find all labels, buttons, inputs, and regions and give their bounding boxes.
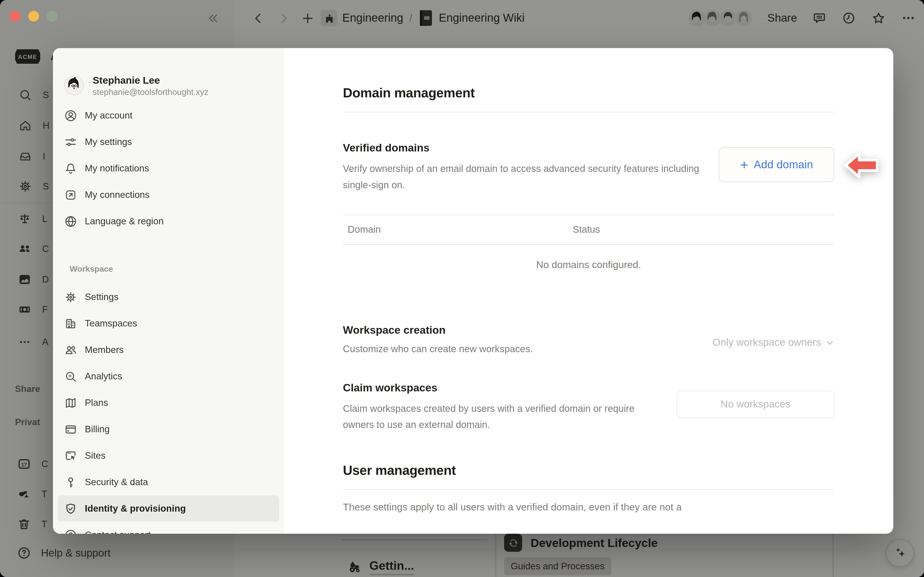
settings-nav-my-settings[interactable]: My settings — [58, 129, 279, 155]
globe-icon — [64, 214, 78, 228]
settings-modal: Stephanie Lee stephanie@toolsforthought.… — [53, 48, 893, 534]
user-management-clipped-text: These settings apply to all users with a… — [343, 500, 835, 514]
column-header-status: Status — [573, 224, 600, 235]
settings-nav-security-data[interactable]: Security & data — [58, 469, 279, 495]
user-avatar — [64, 75, 84, 96]
close-window-button[interactable] — [10, 11, 21, 22]
add-domain-button[interactable]: + Add domain — [719, 147, 835, 182]
browser-cursor-icon — [64, 449, 78, 463]
red-arrow-annotation — [843, 150, 879, 180]
domains-table: Domain Status No domains configured. — [343, 215, 835, 271]
gear-icon — [64, 290, 78, 304]
claim-workspaces-heading: Claim workspaces — [343, 380, 647, 395]
workspace-creation-dropdown[interactable]: Only workspace owners — [712, 337, 834, 349]
zoom-window-button[interactable] — [47, 11, 58, 22]
settings-nav-my-connections[interactable]: My connections — [58, 182, 279, 208]
divider — [343, 489, 835, 490]
buildings-icon — [64, 316, 78, 330]
settings-nav-members[interactable]: Members — [58, 337, 279, 363]
arrow-up-right-box-icon — [64, 188, 78, 202]
settings-nav-my-notifications[interactable]: My notifications — [58, 155, 279, 182]
sliders-icon — [64, 135, 78, 149]
minimize-window-button[interactable] — [28, 11, 39, 22]
user-name: Stephanie Lee — [93, 73, 208, 87]
workspace-creation-description: Customize who can create new workspaces. — [343, 343, 533, 356]
settings-nav-billing[interactable]: Billing — [58, 416, 279, 442]
credit-card-icon — [64, 422, 78, 436]
no-workspaces-button[interactable]: No workspaces — [677, 391, 835, 418]
plus-icon: + — [740, 158, 748, 172]
settings-nav-analytics[interactable]: Analytics — [58, 363, 279, 390]
settings-content: Domain management Verified domains Verif… — [284, 48, 893, 534]
people-icon — [64, 343, 78, 357]
verified-domains-heading: Verified domains — [343, 140, 713, 156]
claim-workspaces-description: Claim workspaces created by users with a… — [343, 400, 647, 433]
chevron-down-icon — [825, 338, 835, 347]
window-controls — [10, 11, 58, 22]
person-circle-icon — [64, 108, 78, 122]
settings-nav-plans[interactable]: Plans — [58, 390, 279, 416]
page-title: Domain management — [343, 84, 835, 102]
shield-check-icon — [64, 501, 78, 516]
verified-domains-description: Verify ownership of an email domain to a… — [343, 161, 713, 193]
settings-nav-sites[interactable]: Sites — [58, 442, 279, 469]
map-icon — [64, 396, 78, 410]
magnifier-sparkle-icon — [64, 369, 78, 383]
column-header-domain: Domain — [343, 224, 573, 235]
key-icon — [64, 475, 78, 489]
settings-nav-contact-support[interactable]: Contact support — [58, 522, 279, 534]
workspace-section-label: Workspace — [70, 264, 284, 275]
settings-nav-teamspaces[interactable]: Teamspaces — [58, 310, 279, 337]
account-header: Stephanie Lee stephanie@toolsforthought.… — [53, 69, 284, 102]
bell-icon — [64, 161, 78, 175]
settings-nav-settings[interactable]: Settings — [58, 284, 279, 310]
notion-window: Engineering / Engineering Wiki Share — [0, 0, 924, 577]
settings-nav-identity-provisioning[interactable]: Identity & provisioning — [58, 495, 279, 522]
screen: Engineering / Engineering Wiki Share — [0, 0, 924, 577]
settings-nav-language-region[interactable]: Language & region — [58, 208, 279, 234]
empty-state-text: No domains configured. — [343, 245, 835, 271]
settings-sidebar: Stephanie Lee stephanie@toolsforthought.… — [53, 48, 284, 534]
question-circle-icon — [64, 528, 78, 534]
divider — [343, 112, 835, 113]
user-management-heading: User management — [343, 462, 835, 480]
workspace-creation-heading: Workspace creation — [343, 322, 533, 338]
settings-nav-my-account[interactable]: My account — [58, 102, 279, 129]
user-email: stephanie@toolsforthought.xyz — [93, 87, 208, 97]
